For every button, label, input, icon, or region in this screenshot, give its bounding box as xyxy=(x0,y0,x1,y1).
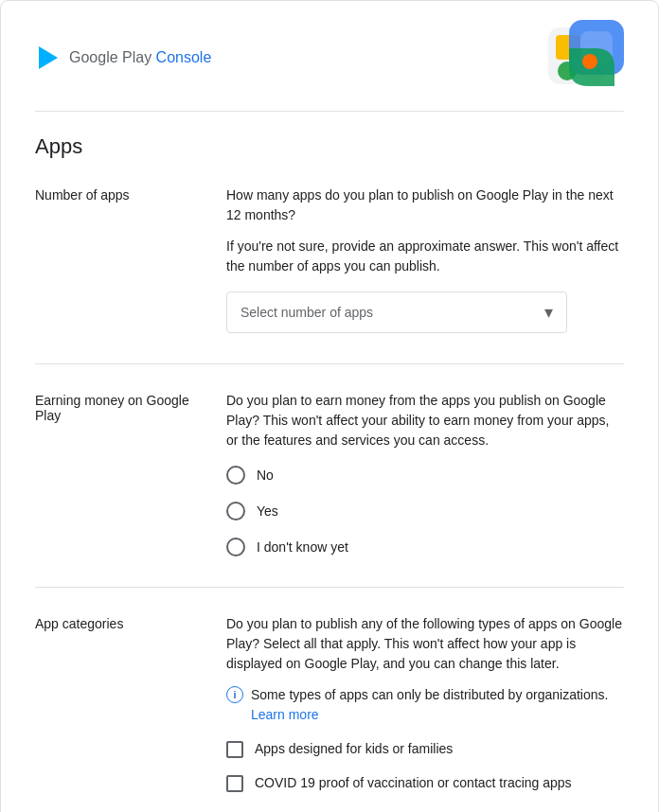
svg-marker-0 xyxy=(39,46,58,69)
header: Google Play Console xyxy=(1,1,658,111)
radio-label-dont-know: I don't know yet xyxy=(257,539,348,555)
earning-money-radio-group: No Yes I don't know yet xyxy=(226,466,624,556)
radio-label-no: No xyxy=(257,468,274,483)
earning-money-row: Earning money on Google Play Do you plan… xyxy=(35,391,624,556)
radio-option-dont-know[interactable]: I don't know yet xyxy=(226,538,624,556)
logo-area: Google Play Console xyxy=(35,44,211,71)
page-container: Google Play Console Apps Number of app xyxy=(0,0,659,812)
number-of-apps-description-2: If you're not sure, provide an approxima… xyxy=(226,237,624,276)
earning-money-content: Do you plan to earn money from the apps … xyxy=(226,391,624,556)
app-categories-description: Do you plan to publish any of the follow… xyxy=(226,614,624,674)
radio-label-yes: Yes xyxy=(257,503,278,519)
info-message: Some types of apps can only be distribut… xyxy=(251,687,608,702)
checkbox-option-kids[interactable]: Apps designed for kids or families xyxy=(226,740,624,759)
header-app-icon xyxy=(548,20,624,96)
number-of-apps-row: Number of apps How many apps do you plan… xyxy=(35,185,624,333)
number-of-apps-label: Number of apps xyxy=(35,185,196,333)
earning-money-description: Do you plan to earn money from the apps … xyxy=(226,391,624,450)
row-divider-1 xyxy=(35,363,624,364)
app-categories-content: Do you plan to publish any of the follow… xyxy=(226,614,624,792)
radio-option-yes[interactable]: Yes xyxy=(226,502,624,521)
app-categories-checkbox-group: Apps designed for kids or families COVID… xyxy=(226,740,624,792)
logo-console: Console xyxy=(156,49,212,65)
number-of-apps-dropdown[interactable]: Select number of apps ▾ xyxy=(226,291,567,333)
svg-point-6 xyxy=(582,54,597,69)
dropdown-container: Select number of apps ▾ xyxy=(226,291,624,333)
info-text: Some types of apps can only be distribut… xyxy=(251,685,624,725)
info-note: i Some types of apps can only be distrib… xyxy=(226,685,624,725)
checkbox-option-covid[interactable]: COVID 19 proof of vaccination or contact… xyxy=(226,774,624,793)
learn-more-link[interactable]: Learn more xyxy=(251,707,319,722)
radio-circle-dont-know xyxy=(226,538,245,556)
chevron-down-icon: ▾ xyxy=(544,302,553,323)
logo-text: Google Play Console xyxy=(69,49,211,66)
dropdown-placeholder: Select number of apps xyxy=(240,305,373,320)
checkbox-box-covid xyxy=(226,775,243,792)
radio-option-no[interactable]: No xyxy=(226,466,624,485)
app-categories-row: App categories Do you plan to publish an… xyxy=(35,614,624,792)
app-categories-label: App categories xyxy=(35,614,196,792)
main-content: Apps Number of apps How many apps do you… xyxy=(1,112,658,812)
section-title: Apps xyxy=(35,134,624,159)
info-icon: i xyxy=(226,686,243,703)
svg-text:i: i xyxy=(233,689,236,700)
checkbox-label-covid: COVID 19 proof of vaccination or contact… xyxy=(255,774,572,793)
checkbox-box-kids xyxy=(226,741,243,758)
row-divider-2 xyxy=(35,587,624,588)
checkbox-label-kids: Apps designed for kids or families xyxy=(255,740,453,759)
earning-money-label: Earning money on Google Play xyxy=(35,391,196,556)
google-play-icon xyxy=(35,44,62,71)
radio-circle-no xyxy=(226,466,245,485)
number-of-apps-description-1: How many apps do you plan to publish on … xyxy=(226,185,624,225)
logo-google-play: Google Play xyxy=(69,49,156,65)
number-of-apps-content: How many apps do you plan to publish on … xyxy=(226,185,624,333)
radio-circle-yes xyxy=(226,502,245,521)
